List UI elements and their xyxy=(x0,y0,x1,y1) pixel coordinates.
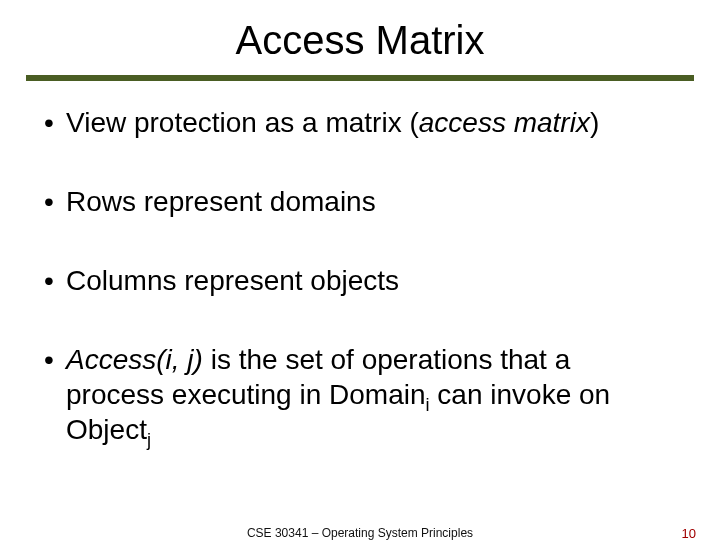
footer-course: CSE 30341 – Operating System Principles xyxy=(247,526,473,540)
text-run-italic: access matrix xyxy=(419,107,590,138)
bullet-text: Rows represent domains xyxy=(66,184,676,219)
slide: Access Matrix • View protection as a mat… xyxy=(0,0,720,540)
bullet-marker: • xyxy=(44,342,66,377)
subscript: j xyxy=(147,430,151,450)
bullet-item: • Columns represent objects xyxy=(44,263,676,298)
bullet-item: • View protection as a matrix (access ma… xyxy=(44,105,676,140)
bullet-item: • Rows represent domains xyxy=(44,184,676,219)
text-run: ) xyxy=(590,107,599,138)
content-area: • View protection as a matrix (access ma… xyxy=(0,81,720,447)
text-run: View protection as a matrix ( xyxy=(66,107,419,138)
page-number: 10 xyxy=(682,526,696,540)
bullet-marker: • xyxy=(44,105,66,140)
bullet-text: Columns represent objects xyxy=(66,263,676,298)
slide-title: Access Matrix xyxy=(0,18,720,63)
bullet-text: Access(i, j) is the set of operations th… xyxy=(66,342,676,447)
bullet-marker: • xyxy=(44,184,66,219)
bullet-marker: • xyxy=(44,263,66,298)
text-run-italic: Access(i, j) xyxy=(66,344,203,375)
title-wrap: Access Matrix xyxy=(0,0,720,63)
bullet-text: View protection as a matrix (access matr… xyxy=(66,105,676,140)
bullet-item: • Access(i, j) is the set of operations … xyxy=(44,342,676,447)
